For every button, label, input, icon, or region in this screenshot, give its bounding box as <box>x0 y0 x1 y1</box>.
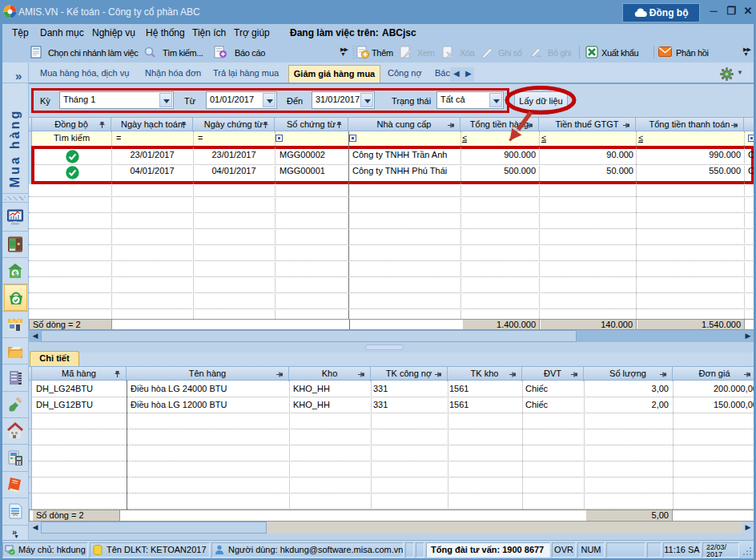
svg-text:$: $ <box>13 270 17 278</box>
